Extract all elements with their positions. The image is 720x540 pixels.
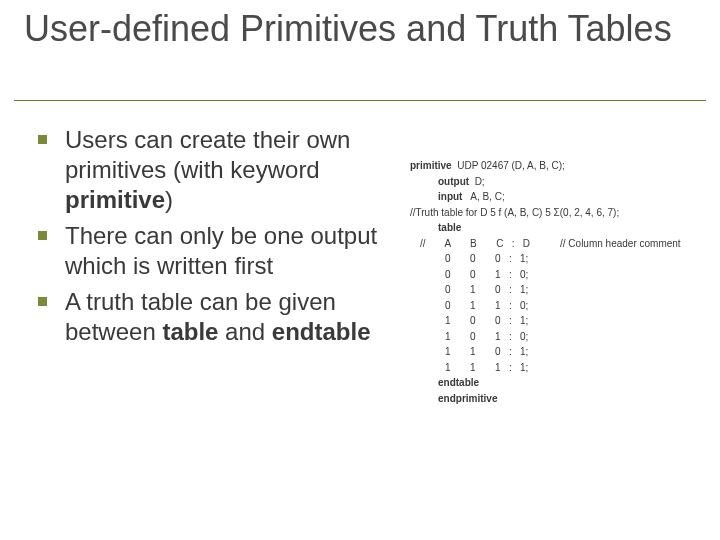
truth-table-row: 0 0 0 : 1; xyxy=(410,251,710,267)
bullet-square-icon xyxy=(38,297,47,306)
keyword-bold: primitive xyxy=(65,186,165,213)
code-comment: //Truth table for D 5 f (A, B, C) 5 Σ(0,… xyxy=(410,205,710,221)
title-underline xyxy=(14,100,706,101)
bullet-list: Users can create their own primitives (w… xyxy=(34,125,402,353)
bullet-text: A truth table can be given between table… xyxy=(65,287,402,347)
truth-table-row: 0 1 0 : 1; xyxy=(410,282,710,298)
bullet-text: Users can create their own primitives (w… xyxy=(65,125,402,215)
truth-table-header: // A B C : D// Column header comment xyxy=(410,236,710,252)
code-snippet: primitive UDP 02467 (D, A, B, C); output… xyxy=(410,158,710,406)
code-line: table xyxy=(410,220,710,236)
keyword-bold: table xyxy=(162,318,218,345)
truth-table-row: 1 1 0 : 1; xyxy=(410,344,710,360)
bullet-square-icon xyxy=(38,135,47,144)
bullet-square-icon xyxy=(38,231,47,240)
keyword: table xyxy=(438,222,461,233)
keyword: endtable xyxy=(438,377,479,388)
text-run: ) xyxy=(165,186,173,213)
text-run: and xyxy=(218,318,271,345)
keyword: input xyxy=(438,191,462,202)
code-text: D; xyxy=(469,176,485,187)
code-line: output D; xyxy=(410,174,710,190)
page-title: User-defined Primitives and Truth Tables xyxy=(24,8,696,55)
title-block: User-defined Primitives and Truth Tables xyxy=(24,8,696,55)
truth-table-row: 1 0 1 : 0; xyxy=(410,329,710,345)
truth-table-row: 1 1 1 : 1; xyxy=(410,360,710,376)
list-item: Users can create their own primitives (w… xyxy=(34,125,402,215)
keyword-bold: endtable xyxy=(272,318,371,345)
keyword: endprimitive xyxy=(438,393,497,404)
slide: User-defined Primitives and Truth Tables… xyxy=(0,0,720,540)
bullet-text: There can only be one output which is wr… xyxy=(65,221,402,281)
code-text: A, B, C; xyxy=(462,191,504,202)
truth-table-row: 0 1 1 : 0; xyxy=(410,298,710,314)
code-line: endprimitive xyxy=(410,391,710,407)
code-comment: // Column header comment xyxy=(530,236,681,252)
text-run: There can only be one output which is wr… xyxy=(65,222,377,279)
code-text: // A B C : D xyxy=(420,238,530,249)
list-item: A truth table can be given between table… xyxy=(34,287,402,347)
list-item: There can only be one output which is wr… xyxy=(34,221,402,281)
truth-table-row: 1 0 0 : 1; xyxy=(410,313,710,329)
code-line: endtable xyxy=(410,375,710,391)
text-run: Users can create their own primitives (w… xyxy=(65,126,350,183)
keyword: primitive xyxy=(410,160,452,171)
keyword: output xyxy=(438,176,469,187)
code-line: input A, B, C; xyxy=(410,189,710,205)
truth-table-row: 0 0 1 : 0; xyxy=(410,267,710,283)
code-text: UDP 02467 (D, A, B, C); xyxy=(452,160,565,171)
code-line: primitive UDP 02467 (D, A, B, C); xyxy=(410,158,710,174)
